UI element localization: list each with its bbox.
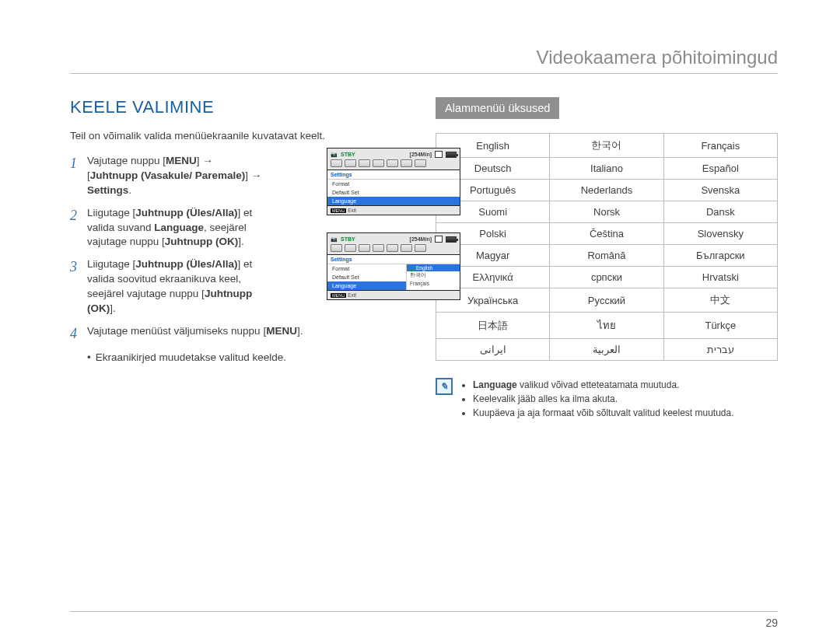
menu-item-default: Default Set [327,188,460,197]
mode-icons [331,244,457,252]
step-4: 4 Vajutage menüüst väljumiseks nuppu [ME… [70,324,404,344]
text-bold: Juhtnupp (Üles/Alla) [135,207,237,218]
language-cell: Русский [550,288,663,313]
language-cell: Nederlands [550,180,663,201]
step-number: 1 [70,154,87,198]
note-item: Kuupäeva ja aja formaat võib sõltuvalt v… [473,406,734,420]
rec-time: [254Min] [410,152,432,157]
language-cell: Română [550,245,663,267]
notes-list: Language valikud võivad etteteatamata mu… [460,378,734,420]
menu-item-language: Language [327,281,406,290]
language-cell: Español [663,158,777,180]
camera-icon: 📷 [331,236,338,243]
step-bullet: Ekraanikirjed muudetakse valitud keelde. [87,351,404,363]
language-cell: العربیة [550,339,663,361]
menu-header: Settings [327,170,460,180]
camera-icon: 📷 [331,152,338,158]
language-cell: Dansk [663,201,777,223]
submenu-item-english: English [407,264,460,271]
note-icon: ✎ [436,378,453,395]
mode-icons [331,159,457,167]
menu-header: Settings [327,255,460,264]
table-row: УкраїнськаРусский中文 [436,288,778,313]
text-bold: Juhtnupp (OK) [165,236,238,247]
menu-item-default: Default Set [327,273,406,281]
text: ] → [245,169,261,181]
table-row: English한국어Français [436,134,778,158]
language-cell: Hrvatski [663,267,777,288]
language-table: English한국어FrançaisDeutschItalianoEspañol… [436,133,778,361]
exit-label: Exit [348,292,356,298]
text-bold: MENU [166,155,197,166]
right-column: Alammenüü üksused English한국어FrançaisDeut… [436,97,778,420]
language-cell: 中文 [663,288,777,313]
table-row: ایرانیالعربیةעברית [436,339,778,361]
step-number: 3 [70,257,87,316]
text-bold: Language [154,222,204,233]
language-cell: 한국어 [550,134,663,158]
card-icon [435,236,443,243]
notes-block: ✎ Language valikud võivad etteteatamata … [436,378,778,420]
intro-text: Teil on võimalik valida menüüekraanile k… [70,130,404,142]
table-row: DeutschItalianoEspañol [436,158,778,180]
text: ]. [238,236,244,247]
breadcrumb: Videokaamera põhitoimingud [70,47,778,74]
table-row: ΕλληνικάсрпскиHrvatski [436,267,778,288]
language-cell: Italiano [550,158,663,180]
stby-label: STBY [341,236,355,242]
page: Videokaamera põhitoimingud KEELE VALIMIN… [0,0,840,643]
menu-item-format: Format [327,180,460,188]
language-cell: Norsk [550,201,663,223]
menu-item-language: Language [327,197,460,205]
text: Vajutage nuppu [ [87,155,166,166]
step-number: 2 [70,206,87,250]
page-title: KEELE VALIMINE [70,97,404,117]
language-cell: Türkçe [663,313,777,339]
text: . [128,184,131,196]
text: Liigutage [ [87,258,135,270]
note-item: Language valikud võivad etteteatamata mu… [473,378,734,392]
text: Liigutage [ [87,207,135,218]
table-row: MagyarRomânăБългарски [436,245,778,267]
language-cell: Čeština [550,223,663,245]
rec-time: [254Min] [410,236,432,242]
table-row: 日本語ไทยTürkçe [436,313,778,339]
page-number: 29 [70,611,778,629]
language-cell: Български [663,245,777,267]
exit-label: Exit [348,208,356,213]
text: ]. [110,302,116,314]
text-bold: Settings [87,184,128,196]
step-number: 4 [70,324,87,344]
text-bold: Juhtnupp (Üles/Alla) [135,258,237,270]
osd-screenshot-1: 📷 STBY [254Min] Settings Format Default … [327,148,460,215]
osd-screenshot-2: 📷 STBY [254Min] Settings Format Default … [327,232,460,300]
language-cell: Svenska [663,180,777,201]
language-cell: српски [550,267,663,288]
card-icon [435,151,443,158]
language-cell: ไทย [550,313,663,339]
osd-screenshots: 📷 STBY [254Min] Settings Format Default … [327,148,467,317]
submenu-item-francais: Français [407,280,460,287]
menu-button-icon: MENU [331,293,346,298]
text: ]. [297,325,303,337]
submenu-header: Alammenüü üksused [436,97,559,119]
language-cell: ایرانی [436,339,550,361]
note-item: Keelevalik jääb alles ka ilma akuta. [473,392,734,406]
menu-button-icon: MENU [331,208,346,213]
battery-icon [446,152,457,158]
language-cell: Français [663,134,777,158]
table-row: PolskiČeštinaSlovensky [436,223,778,245]
menu-item-format: Format [327,264,406,273]
text-bold: MENU [266,325,297,337]
submenu-item-korean: 한국어 [407,271,460,280]
text-bold: Juhtnupp (Vasakule/ Paremale) [90,169,246,181]
table-row: SuomiNorskDansk [436,201,778,223]
language-cell: Slovensky [663,223,777,245]
text: Vajutage menüüst väljumiseks nuppu [ [87,325,266,337]
stby-label: STBY [341,152,355,157]
check-icon [409,265,415,271]
battery-icon [446,236,457,243]
language-cell: עברית [663,339,777,361]
table-row: PortuguêsNederlandsSvenska [436,180,778,201]
